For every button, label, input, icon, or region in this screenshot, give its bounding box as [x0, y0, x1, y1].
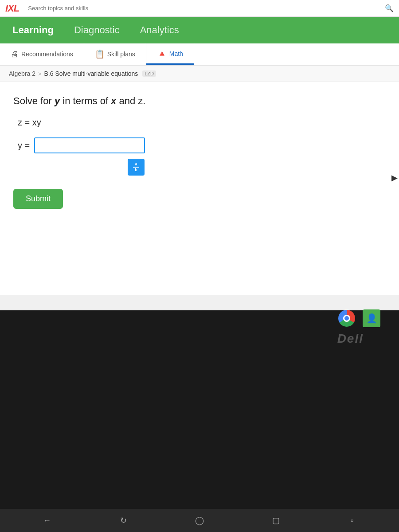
nav-bar: Learning Diagnostic Analytics: [0, 17, 399, 43]
back-icon: ←: [43, 516, 51, 525]
breadcrumb-badge: LZD: [142, 70, 156, 77]
breadcrumb: Algebra 2 > B.6 Solve multi-variable equ…: [0, 66, 399, 82]
problem-var1: y: [55, 95, 60, 106]
math-icon: 🔺: [157, 49, 167, 59]
answer-label: y =: [18, 141, 30, 151]
sub-nav-math[interactable]: 🔺 Math: [146, 43, 194, 65]
refresh-icon: ↻: [120, 516, 127, 525]
refresh-button[interactable]: ↻: [115, 512, 131, 528]
app-area: IXL 🔍 Learning Diagnostic Analytics 🖨 Re…: [0, 0, 399, 310]
problem-title: Solve for y in terms of x and z.: [13, 95, 386, 107]
problem-title-suffix: and z.: [116, 95, 145, 106]
nav-item-analytics[interactable]: Analytics: [137, 23, 183, 38]
problem-var2: x: [111, 95, 116, 106]
fraction-icon: a b: [133, 162, 139, 172]
main-content: Solve for y in terms of x and z. z = xy …: [0, 82, 399, 295]
sub-nav-math-label: Math: [169, 50, 183, 57]
sub-nav-skill-plans[interactable]: 📋 Skill plans: [84, 43, 146, 65]
cursor: ▶: [391, 173, 398, 183]
ixl-logo: IXL: [5, 3, 19, 14]
fullscreen-button[interactable]: ▫: [344, 512, 360, 528]
answer-row: y =: [18, 137, 386, 153]
home-icon: ◯: [195, 516, 204, 525]
home-button[interactable]: ◯: [192, 512, 207, 528]
chrome-icon-button[interactable]: [337, 309, 356, 328]
recommendations-icon: 🖨: [11, 50, 19, 59]
equation: z = xy: [18, 117, 386, 128]
search-input[interactable]: [26, 3, 381, 14]
submit-button[interactable]: Submit: [13, 189, 63, 209]
user-icon-button[interactable]: 👤: [362, 309, 381, 328]
problem-title-mid: in terms of: [60, 95, 111, 106]
back-button[interactable]: ←: [39, 512, 55, 528]
breadcrumb-parent[interactable]: Algebra 2: [9, 70, 35, 77]
sub-nav-recommendations-label: Recommendations: [21, 51, 73, 58]
user-icon-box: 👤: [363, 309, 380, 327]
nav-item-diagnostic[interactable]: Diagnostic: [70, 23, 123, 38]
sub-nav: 🖨 Recommendations 📋 Skill plans 🔺 Math: [0, 43, 399, 66]
apps-icon: ▢: [272, 516, 280, 525]
nav-item-learning[interactable]: Learning: [9, 23, 57, 38]
taskbar-icons: 👤: [337, 309, 381, 328]
user-icon: 👤: [366, 313, 377, 324]
breadcrumb-current: B.6 Solve multi-variable equations: [44, 70, 138, 77]
problem-title-prefix: Solve for: [13, 95, 55, 106]
desktop-area: 👤 Dell ← ↻ ◯ ▢ ▫: [0, 310, 399, 532]
breadcrumb-arrow: >: [38, 70, 42, 77]
top-bar: IXL 🔍: [0, 0, 399, 17]
answer-input[interactable]: [34, 137, 145, 153]
apps-button[interactable]: ▢: [268, 512, 284, 528]
sub-nav-skill-plans-label: Skill plans: [107, 51, 135, 58]
fullscreen-icon: ▫: [351, 516, 353, 525]
fraction-button[interactable]: a b: [128, 159, 145, 176]
skill-plans-icon: 📋: [95, 49, 105, 59]
dell-logo: Dell: [337, 332, 364, 346]
bottom-taskbar: ← ↻ ◯ ▢ ▫: [0, 509, 399, 532]
sub-nav-recommendations[interactable]: 🖨 Recommendations: [0, 43, 84, 65]
search-icon[interactable]: 🔍: [385, 4, 394, 12]
